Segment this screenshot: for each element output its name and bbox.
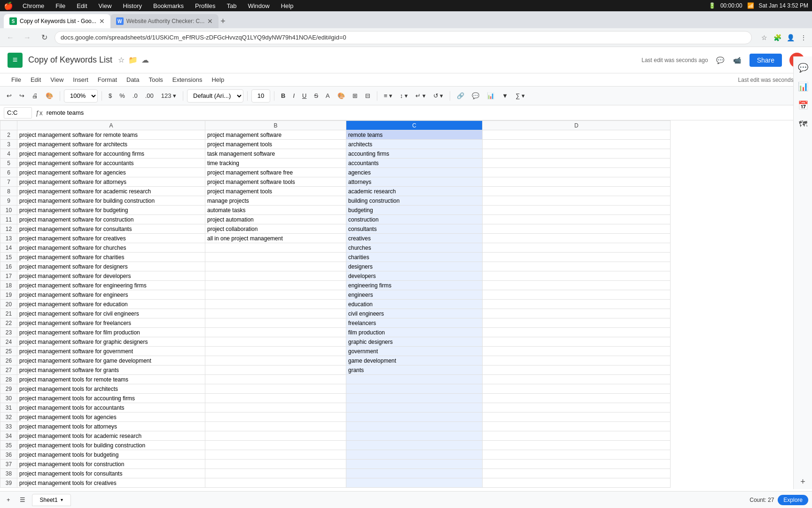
cell-d14[interactable]	[483, 243, 671, 253]
cell-b7[interactable]: project management software tools	[205, 177, 346, 187]
paint-format-button[interactable]: 🎨	[43, 89, 56, 103]
cell-d15[interactable]	[483, 253, 671, 262]
cell-d12[interactable]	[483, 224, 671, 234]
cell-a28[interactable]: project management tools for remote team…	[17, 375, 205, 384]
cell-a11[interactable]: project management software for construc…	[17, 215, 205, 224]
print-button[interactable]: 🖨	[29, 89, 41, 103]
col-header-c[interactable]: C	[346, 121, 483, 130]
cell-a39[interactable]: project management tools for creatives	[17, 478, 205, 488]
reload-button[interactable]: ↻	[38, 31, 51, 44]
menu-icon[interactable]: ⋮	[799, 33, 808, 42]
cell-c25[interactable]: government	[346, 347, 483, 356]
bold-button[interactable]: B	[278, 89, 288, 103]
forward-button[interactable]: →	[21, 31, 34, 44]
tab-menu[interactable]: Tab	[225, 2, 238, 9]
sheet-list-button[interactable]: ☰	[17, 493, 28, 507]
cell-b4[interactable]: task management software	[205, 149, 346, 159]
col-header-d[interactable]: D	[483, 121, 671, 130]
cell-c4[interactable]: accounting firms	[346, 149, 483, 159]
menu-data[interactable]: Data	[123, 74, 143, 85]
cell-c18[interactable]: engineering firms	[346, 281, 483, 290]
cell-b30[interactable]	[205, 394, 346, 403]
cell-a32[interactable]: project management tools for agencies	[17, 413, 205, 422]
cell-d26[interactable]	[483, 356, 671, 365]
row-header-11[interactable]: 11	[0, 215, 17, 224]
menu-format[interactable]: Format	[94, 74, 121, 85]
row-header-2[interactable]: 2	[0, 130, 17, 140]
row-header-7[interactable]: 7	[0, 177, 17, 187]
move-icon[interactable]: 📁	[128, 56, 138, 64]
tab-close-1[interactable]: ✕	[99, 17, 105, 25]
row-header-25[interactable]: 25	[0, 347, 17, 356]
row-header-32[interactable]: 32	[0, 413, 17, 422]
window-menu[interactable]: Window	[246, 2, 271, 9]
cell-d7[interactable]	[483, 177, 671, 187]
row-header-39[interactable]: 39	[0, 478, 17, 488]
cell-b6[interactable]: project management software free	[205, 168, 346, 177]
cell-d31[interactable]	[483, 403, 671, 413]
sidebar-maps-icon[interactable]: 🗺	[796, 120, 811, 132]
cell-b5[interactable]: time tracking	[205, 159, 346, 168]
tab-close-2[interactable]: ✕	[207, 17, 213, 25]
row-header-19[interactable]: 19	[0, 290, 17, 300]
cell-b37[interactable]	[205, 460, 346, 469]
cell-c35[interactable]	[346, 441, 483, 450]
cell-c38[interactable]	[346, 469, 483, 478]
row-header-12[interactable]: 12	[0, 224, 17, 234]
share-button[interactable]: Share	[750, 54, 782, 67]
cell-c12[interactable]: consultants	[346, 224, 483, 234]
row-header-23[interactable]: 23	[0, 328, 17, 337]
cell-d19[interactable]	[483, 290, 671, 300]
cell-a26[interactable]: project management software for game dev…	[17, 356, 205, 365]
row-header-29[interactable]: 29	[0, 384, 17, 394]
cell-c9[interactable]: building construction	[346, 196, 483, 206]
cell-c14[interactable]: churches	[346, 243, 483, 253]
cell-d9[interactable]	[483, 196, 671, 206]
filter-button[interactable]: ▼	[499, 89, 511, 103]
cell-d32[interactable]	[483, 413, 671, 422]
url-bar[interactable]: docs.google.com/spreadsheets/d/1USKiCm_e…	[55, 31, 752, 44]
cell-d4[interactable]	[483, 149, 671, 159]
cell-a10[interactable]: project management software for budgetin…	[17, 206, 205, 215]
cell-c16[interactable]: designers	[346, 262, 483, 271]
row-header-36[interactable]: 36	[0, 450, 17, 460]
row-header-22[interactable]: 22	[0, 318, 17, 328]
help-menu[interactable]: Help	[279, 2, 296, 9]
cell-b25[interactable]	[205, 347, 346, 356]
row-header-20[interactable]: 20	[0, 300, 17, 309]
cell-c37[interactable]	[346, 460, 483, 469]
cell-b29[interactable]	[205, 384, 346, 394]
cell-a18[interactable]: project management software for engineer…	[17, 281, 205, 290]
cell-a21[interactable]: project management software for civil en…	[17, 309, 205, 318]
rotate-button[interactable]: ↺ ▾	[430, 89, 446, 103]
fill-color-button[interactable]: 🎨	[335, 89, 348, 103]
cell-c6[interactable]: agencies	[346, 168, 483, 177]
cell-d10[interactable]	[483, 206, 671, 215]
cell-c33[interactable]	[346, 422, 483, 431]
row-header-4[interactable]: 4	[0, 149, 17, 159]
formula-input[interactable]	[47, 107, 808, 119]
meet-icon[interactable]: 📹	[733, 56, 742, 65]
cell-a15[interactable]: project management software for charitie…	[17, 253, 205, 262]
row-header-28[interactable]: 28	[0, 375, 17, 384]
cell-c30[interactable]	[346, 394, 483, 403]
cell-d23[interactable]	[483, 328, 671, 337]
cell-b11[interactable]: project automation	[205, 215, 346, 224]
decimal-increase-button[interactable]: .00	[142, 89, 156, 103]
cell-a5[interactable]: project management software for accounta…	[17, 159, 205, 168]
active-tab[interactable]: S Copy of Keywords List - Goo... ✕	[4, 14, 110, 28]
cell-b21[interactable]	[205, 309, 346, 318]
cell-c19[interactable]: engineers	[346, 290, 483, 300]
cell-a17[interactable]: project management software for develope…	[17, 271, 205, 281]
cell-c29[interactable]	[346, 384, 483, 394]
underline-button[interactable]: U	[299, 89, 309, 103]
cell-d27[interactable]	[483, 365, 671, 375]
cell-b8[interactable]: project management tools	[205, 187, 346, 196]
cell-b33[interactable]	[205, 422, 346, 431]
cell-c8[interactable]: academic research	[346, 187, 483, 196]
row-header-5[interactable]: 5	[0, 159, 17, 168]
menu-insert[interactable]: Insert	[69, 74, 92, 85]
undo-button[interactable]: ↩	[4, 89, 15, 103]
cell-d17[interactable]	[483, 271, 671, 281]
valign-button[interactable]: ↕ ▾	[397, 89, 411, 103]
